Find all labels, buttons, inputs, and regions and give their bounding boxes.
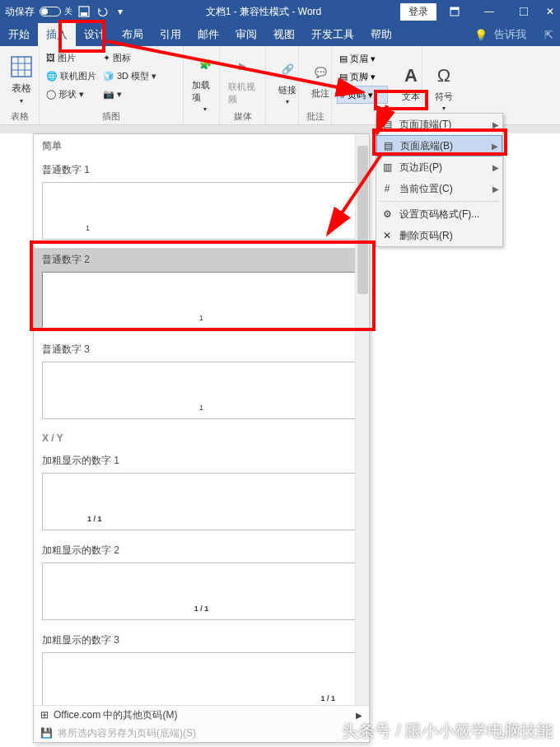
tab-help[interactable]: 帮助 bbox=[362, 23, 400, 46]
save-selection-icon: 💾 bbox=[40, 727, 53, 739]
pagenum-dropdown: ▤页面顶端(T)▶ ▤页面底端(B)▶ ▥页边距(P)▶ #当前位置(C)▶ ⚙… bbox=[376, 113, 503, 247]
format-icon: ⚙ bbox=[380, 208, 394, 220]
online-video-button[interactable]: ▶ 联机视频 bbox=[225, 49, 260, 109]
pagenum-top[interactable]: ▤页面顶端(T)▶ bbox=[376, 114, 502, 135]
watermark: 头条号 / 跟小小筱学电脑技能 bbox=[342, 720, 553, 742]
picture-icon: 🖼 bbox=[46, 53, 55, 63]
header-button[interactable]: ▤页眉▾ bbox=[337, 49, 388, 68]
share-icon[interactable]: ⇱ bbox=[544, 29, 553, 41]
gallery-item-bold1[interactable]: 加粗显示的数字 1 1 / 1 bbox=[34, 449, 369, 530]
undo-icon[interactable] bbox=[96, 5, 109, 18]
link-icon: 🔗 bbox=[274, 56, 301, 82]
footer-icon: ▤ bbox=[339, 72, 348, 82]
gallery-item-bold3[interactable]: 加粗显示的数字 3 1 / 1 bbox=[34, 628, 369, 710]
pagenum-icon: # bbox=[340, 90, 345, 100]
pagenum-current[interactable]: #当前位置(C)▶ bbox=[376, 178, 502, 199]
page-bottom-icon: ▤ bbox=[380, 140, 395, 152]
ribbon-display-icon[interactable] bbox=[438, 0, 471, 23]
close-icon[interactable]: ✕ bbox=[542, 0, 558, 23]
header-icon: ▤ bbox=[339, 54, 348, 64]
insert-online-picture[interactable]: 🌐联机图片 bbox=[44, 68, 98, 84]
office-icon: ⊞ bbox=[40, 709, 49, 721]
save-icon[interactable] bbox=[77, 5, 91, 18]
page-margins-icon: ▥ bbox=[380, 161, 394, 173]
video-icon: ▶ bbox=[230, 53, 256, 79]
icons-icon: ✦ bbox=[103, 53, 110, 63]
minimize-icon[interactable]: — bbox=[473, 0, 506, 23]
table-icon bbox=[8, 54, 35, 80]
gallery-section-simple: 简单 bbox=[34, 134, 369, 158]
pagenum-button[interactable]: #页码▾ bbox=[337, 86, 388, 104]
tab-references[interactable]: 引用 bbox=[152, 23, 189, 46]
group-illustrations: 插图 bbox=[44, 109, 178, 124]
menubar: 开始 插入 设计 布局 引用 邮件 审阅 视图 开发工具 帮助 💡 告诉我 ⇱ bbox=[0, 23, 560, 46]
tab-review[interactable]: 审阅 bbox=[227, 23, 265, 46]
insert-3dmodel[interactable]: 🧊3D 模型▾ bbox=[101, 68, 158, 84]
tab-insert[interactable]: 插入 bbox=[38, 23, 76, 46]
autosave-toggle[interactable]: 关 bbox=[40, 6, 72, 17]
tellme-icon[interactable]: 💡 bbox=[474, 29, 488, 41]
gallery-item-plain2[interactable]: 普通数字 2 1 bbox=[34, 248, 369, 329]
gallery-more-office[interactable]: ⊞ Office.com 中的其他页码(M) ▶ bbox=[34, 706, 369, 724]
symbol-icon: Ω bbox=[431, 63, 457, 89]
window-title: 文档1 - 兼容性模式 - Word bbox=[127, 5, 400, 19]
textbox-icon: A bbox=[398, 63, 424, 89]
tab-design[interactable]: 设计 bbox=[76, 23, 114, 46]
tellme-input[interactable]: 告诉我 bbox=[494, 27, 526, 42]
svg-rect-4 bbox=[520, 7, 528, 16]
gallery-section-xy: X / Y bbox=[34, 427, 369, 449]
comment-icon: 💬 bbox=[307, 59, 334, 86]
group-tables: 表格 bbox=[5, 109, 34, 124]
tab-developer[interactable]: 开发工具 bbox=[303, 23, 362, 46]
svg-rect-1 bbox=[81, 12, 87, 16]
svg-rect-3 bbox=[450, 7, 459, 10]
tables-button[interactable]: 表格 ▾ bbox=[5, 49, 38, 109]
titlebar: 动保存 关 ▾ 文档1 - 兼容性模式 - Word 登录 — ✕ bbox=[0, 0, 560, 23]
insert-screenshot[interactable]: 📷▾ bbox=[101, 86, 158, 102]
addin-icon: 🧩 bbox=[192, 51, 218, 77]
footer-button[interactable]: ▤页脚▾ bbox=[337, 68, 388, 86]
insert-picture[interactable]: 🖼图片 bbox=[44, 49, 98, 66]
gallery-save-selection: 💾 将所选内容另存为页码(底端)(S) bbox=[34, 724, 369, 742]
tab-home[interactable]: 开始 bbox=[0, 23, 38, 46]
insert-icons[interactable]: ✦图标 bbox=[101, 49, 158, 66]
tab-layout[interactable]: 布局 bbox=[114, 23, 152, 46]
gallery-item-plain3[interactable]: 普通数字 3 1 bbox=[34, 338, 369, 419]
qat-more-icon[interactable]: ▾ bbox=[114, 5, 127, 18]
pagenum-format[interactable]: ⚙设置页码格式(F)... bbox=[376, 203, 502, 225]
online-picture-icon: 🌐 bbox=[46, 71, 58, 82]
pagenum-remove[interactable]: ✕删除页码(R) bbox=[376, 225, 502, 246]
autosave-label: 动保存 bbox=[5, 5, 35, 19]
gallery-item-bold2[interactable]: 加粗显示的数字 2 1 / 1 bbox=[34, 539, 369, 620]
tab-mailings[interactable]: 邮件 bbox=[189, 23, 227, 46]
pagenum-margins[interactable]: ▥页边距(P)▶ bbox=[376, 156, 502, 178]
svg-rect-5 bbox=[12, 57, 31, 77]
gallery-scrollbar[interactable] bbox=[355, 134, 369, 706]
insert-shapes[interactable]: ◯形状▾ bbox=[44, 86, 98, 102]
page-current-icon: # bbox=[380, 183, 394, 194]
login-button[interactable]: 登录 bbox=[400, 3, 436, 21]
pagenum-gallery: 简单 普通数字 1 1 普通数字 2 1 普通数字 3 1 X / Y 加粗显示… bbox=[33, 133, 370, 743]
group-media: 媒体 bbox=[225, 109, 260, 124]
maximize-icon[interactable] bbox=[507, 0, 540, 23]
group-comments: 批注 bbox=[304, 109, 326, 124]
tab-view[interactable]: 视图 bbox=[265, 23, 303, 46]
gallery-item-plain1[interactable]: 普通数字 1 1 bbox=[34, 158, 369, 240]
pagenum-bottom[interactable]: ▤页面底端(B)▶ bbox=[376, 135, 502, 156]
screenshot-icon: 📷 bbox=[103, 89, 114, 100]
page-top-icon: ▤ bbox=[380, 119, 394, 130]
addins-button[interactable]: 🧩 加载项 ▾ bbox=[189, 49, 222, 114]
remove-icon: ✕ bbox=[380, 230, 394, 241]
shapes-icon: ◯ bbox=[46, 89, 56, 100]
model3d-icon: 🧊 bbox=[103, 71, 114, 82]
